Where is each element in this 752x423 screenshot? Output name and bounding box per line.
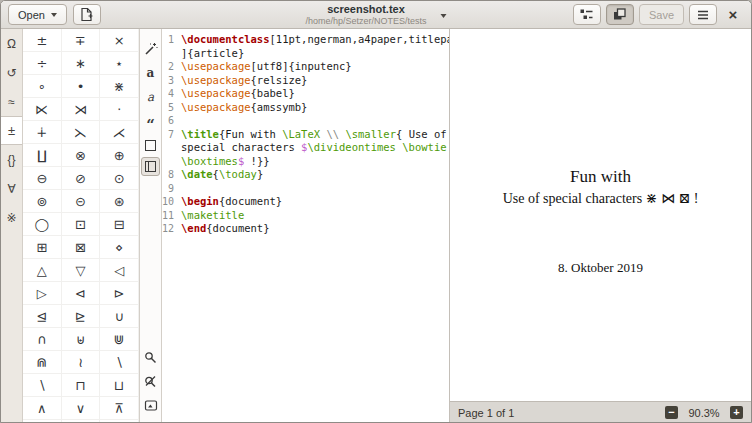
page-layout-button[interactable] [141, 157, 160, 176]
category-greek-letters[interactable]: Ω [1, 29, 22, 58]
symbol-cell[interactable]: ∖ [100, 351, 139, 373]
code-area[interactable]: 1\documentclass[11pt,ngerman,a4paper,tit… [162, 29, 449, 423]
symbol-cell[interactable]: ⋄ [100, 236, 139, 258]
symbol-cell[interactable]: ◯ [23, 213, 62, 235]
symbol-cell[interactable]: × [100, 29, 139, 51]
symbol-cell[interactable]: ⊓ [62, 374, 101, 396]
symbol-cell[interactable]: ⋊ [62, 98, 101, 120]
symbol-cell[interactable]: ± [23, 29, 62, 51]
category-misc-text[interactable]: ※ [1, 203, 22, 232]
insert-image-button[interactable] [144, 393, 158, 417]
symbol-cell[interactable]: ⊼ [100, 397, 139, 419]
symbol-cell[interactable]: ⊝ [62, 190, 101, 212]
symbol-cell[interactable]: ⊔ [100, 374, 139, 396]
symbol-cell[interactable]: ∧ [23, 397, 62, 419]
preview-toggle-button[interactable] [606, 4, 634, 25]
symbol-cell[interactable]: ⋉ [23, 98, 62, 120]
symbol-cell[interactable]: ⊘ [62, 167, 101, 189]
symbol-cell[interactable]: ∨ [62, 397, 101, 419]
code-line[interactable]: 11\maketitle [162, 209, 449, 223]
close-window-button[interactable]: × [722, 4, 744, 26]
symbol-cell[interactable]: • [62, 75, 101, 97]
symbol-cell[interactable]: ⊙ [100, 167, 139, 189]
symbol-cell[interactable]: ⊞ [23, 236, 62, 258]
symbol-cell[interactable]: ⋋ [62, 121, 101, 143]
chevron-down-icon[interactable] [441, 14, 447, 18]
category-relations[interactable]: ≈ [1, 87, 22, 116]
category-misc-math[interactable]: ∀ [1, 174, 22, 203]
minus-icon: − [668, 407, 674, 418]
symbol-cell[interactable]: ∖ [23, 374, 62, 396]
symbol-cell[interactable]: ∗ [62, 52, 101, 74]
code-line[interactable]: special characters $\divideontimes \bowt… [162, 141, 449, 155]
search-button[interactable] [144, 345, 157, 369]
code-line[interactable]: 9 [162, 182, 449, 196]
save-button[interactable]: Save [639, 4, 684, 25]
symbol-cell[interactable]: ⊗ [62, 144, 101, 166]
symbol-cell[interactable]: ▷ [23, 282, 62, 304]
quotes-button[interactable]: “ [146, 109, 155, 133]
search-replace-button[interactable] [144, 369, 157, 393]
line-number: 3 [162, 74, 181, 88]
symbol-cell[interactable]: ∪ [100, 305, 139, 327]
symbol-cell[interactable]: ⊲ [62, 282, 101, 304]
code-line[interactable]: 2\usepackage[utf8]{inputenc} [162, 60, 449, 74]
category-delimiters[interactable]: {} [1, 145, 22, 174]
sidebar-toggle-button[interactable] [573, 4, 601, 25]
symbol-cell[interactable]: ⊳ [100, 282, 139, 304]
new-document-button[interactable] [73, 4, 101, 25]
symbol-cell[interactable]: ⊛ [100, 190, 139, 212]
symbol-cell[interactable]: ⊕ [100, 144, 139, 166]
symbol-cell[interactable]: ⋅ [100, 98, 139, 120]
symbol-cell[interactable]: ⊠ [62, 236, 101, 258]
symbol-cell[interactable]: ⋌ [100, 121, 139, 143]
symbol-cell[interactable]: ⊡ [62, 213, 101, 235]
symbol-cell[interactable]: ∩ [23, 328, 62, 350]
code-line[interactable]: 5\usepackage{amssymb} [162, 101, 449, 115]
zoom-in-button[interactable]: + [730, 406, 743, 419]
symbol-cell[interactable]: ⊎ [62, 328, 101, 350]
symbol-cell[interactable]: ÷ [23, 52, 62, 74]
zoom-out-button[interactable]: − [665, 406, 678, 419]
italic-button[interactable]: a [147, 85, 154, 109]
code-line[interactable]: 7\title{Fun with \LaTeX \\ \smaller{ Use… [162, 128, 449, 142]
window-title-area[interactable]: screenshot.tex /home/hp/Setzer/NOTES/tes… [305, 3, 446, 26]
bold-button[interactable]: a [147, 61, 155, 85]
symbol-cell[interactable]: ⊖ [23, 167, 62, 189]
code-line[interactable]: 12\end{document} [162, 222, 449, 236]
frame-button[interactable] [145, 133, 156, 157]
symbol-cell[interactable]: ⊵ [62, 305, 101, 327]
symbol-cell[interactable]: ≀ [62, 351, 101, 373]
symbol-cell[interactable]: ⋆ [100, 52, 139, 74]
pdf-preview-pane[interactable]: Fun with Use of special characters ⋇ ⋈ ⊠… [449, 29, 751, 423]
symbol-cell[interactable]: ⋒ [23, 351, 62, 373]
code-line[interactable]: 4\usepackage{babel} [162, 87, 449, 101]
symbol-cell[interactable]: ∘ [23, 75, 62, 97]
wizard-button[interactable] [144, 37, 158, 61]
category-operators[interactable]: ± [1, 116, 22, 145]
code-line[interactable]: 10\begin{document} [162, 195, 449, 209]
open-button[interactable]: Open [8, 4, 67, 25]
symbol-cell[interactable]: △ [23, 259, 62, 281]
symbol-cell[interactable]: ▽ [62, 259, 101, 281]
symbol-cell[interactable]: ⊚ [23, 190, 62, 212]
symbol-cell[interactable]: ⊟ [100, 213, 139, 235]
line-number [162, 47, 181, 61]
code-line[interactable]: 3\usepackage{relsize} [162, 74, 449, 88]
symbol-cell[interactable]: ⋓ [100, 328, 139, 350]
symbol-cell[interactable]: ∔ [23, 121, 62, 143]
symbol-cell[interactable]: ◁ [100, 259, 139, 281]
magic-wand-icon [144, 42, 158, 56]
symbol-cell[interactable]: ⊴ [23, 305, 62, 327]
symbol-cell[interactable]: ∐ [23, 144, 62, 166]
code-line[interactable]: 8\date{\today} [162, 168, 449, 182]
code-line[interactable]: ]{article} [162, 47, 449, 61]
code-line[interactable]: 1\documentclass[11pt,ngerman,a4paper,tit… [162, 33, 449, 47]
category-arrows[interactable]: ↺ [1, 58, 22, 87]
code-line[interactable]: 6 [162, 114, 449, 128]
symbol-cell[interactable]: ⋇ [100, 75, 139, 97]
zoom-level[interactable]: 90.3% [687, 407, 721, 419]
code-line[interactable]: \boxtimes$ !}} [162, 155, 449, 169]
symbol-cell[interactable]: ∓ [62, 29, 101, 51]
menu-button[interactable] [689, 4, 717, 25]
